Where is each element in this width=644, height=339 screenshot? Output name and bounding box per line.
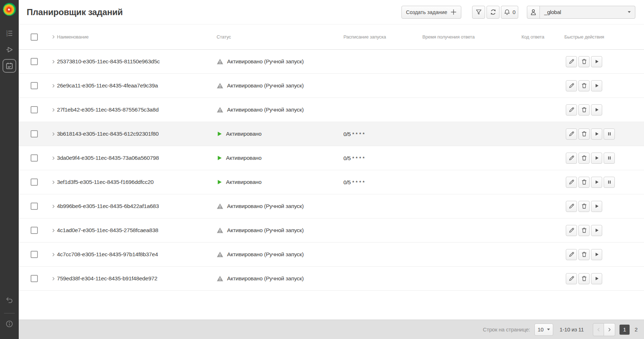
trash-icon xyxy=(581,227,587,234)
create-task-label: Создать задание xyxy=(406,9,447,15)
row-expand-toggle[interactable] xyxy=(50,59,57,64)
row-checkbox[interactable] xyxy=(31,106,38,113)
run-button[interactable] xyxy=(591,128,602,140)
page-button-2[interactable]: 2 xyxy=(632,326,640,333)
sidebar-item-task-list[interactable]: 123 xyxy=(3,27,16,40)
row-expand-toggle[interactable] xyxy=(50,252,57,257)
row-expand-toggle[interactable] xyxy=(50,228,57,233)
table-row[interactable]: 759ed38f-e304-11ec-8435-b91f48ede972 Акт… xyxy=(19,267,644,291)
task-name: 25373810-e305-11ec-8435-81150e963d5c xyxy=(57,58,217,65)
run-button[interactable] xyxy=(591,201,602,212)
edit-button[interactable] xyxy=(566,80,577,91)
scope-select[interactable]: _global xyxy=(539,6,635,19)
expand-all-toggle[interactable] xyxy=(50,35,57,39)
delete-button[interactable] xyxy=(578,104,590,116)
pause-button[interactable] xyxy=(604,177,615,188)
row-checkbox[interactable] xyxy=(31,82,38,89)
delete-button[interactable] xyxy=(578,273,590,284)
edit-button[interactable] xyxy=(566,225,577,236)
row-checkbox[interactable] xyxy=(31,58,38,65)
notifications-button[interactable]: 0 xyxy=(501,6,518,19)
page-button-1[interactable]: 1 xyxy=(619,325,630,335)
row-checkbox[interactable] xyxy=(31,130,38,137)
delete-button[interactable] xyxy=(578,153,590,164)
run-button[interactable] xyxy=(591,104,602,116)
sidebar-item-runs[interactable] xyxy=(3,43,16,56)
status-label: Активировано xyxy=(226,179,262,185)
row-checkbox[interactable] xyxy=(31,275,38,282)
run-button[interactable] xyxy=(591,273,602,284)
delete-button[interactable] xyxy=(578,249,590,260)
status-play-icon xyxy=(217,179,222,185)
undo-icon xyxy=(5,296,14,304)
run-button[interactable] xyxy=(591,177,602,188)
row-expand-toggle[interactable] xyxy=(50,83,57,88)
row-checkbox[interactable] xyxy=(31,154,38,162)
pencil-icon xyxy=(568,227,575,234)
app-root: 123 xyxy=(0,0,644,339)
app-logo[interactable] xyxy=(0,0,19,19)
quick-actions xyxy=(564,177,644,188)
status-label: Активировано (Ручной запуск) xyxy=(227,107,304,113)
status-play-icon xyxy=(217,131,222,137)
delete-button[interactable] xyxy=(578,225,590,236)
row-expand-toggle[interactable] xyxy=(50,108,57,112)
delete-button[interactable] xyxy=(578,177,590,188)
delete-button[interactable] xyxy=(578,56,590,67)
row-expand-toggle[interactable] xyxy=(50,156,57,161)
row-checkbox[interactable] xyxy=(31,178,38,186)
next-page-button[interactable] xyxy=(604,323,615,336)
row-checkbox[interactable] xyxy=(31,227,38,234)
delete-button[interactable] xyxy=(578,201,590,212)
refresh-button[interactable] xyxy=(487,6,499,19)
edit-button[interactable] xyxy=(566,153,577,164)
delete-button[interactable] xyxy=(578,80,590,91)
rows-per-page-select[interactable]: 10 xyxy=(534,324,553,336)
table-row[interactable]: 26e9ca11-e305-11ec-8435-4feaa7e9c39a Акт… xyxy=(19,74,644,98)
edit-button[interactable] xyxy=(566,273,577,284)
row-checkbox[interactable] xyxy=(31,251,38,258)
filter-button[interactable] xyxy=(472,6,485,19)
row-expand-toggle[interactable] xyxy=(50,132,57,136)
logo-icon xyxy=(3,3,16,16)
table-row[interactable]: 4b996be6-e305-11ec-8435-6b422af1a683 Акт… xyxy=(19,194,644,218)
row-expand-toggle[interactable] xyxy=(50,276,57,281)
run-button[interactable] xyxy=(591,56,602,67)
edit-button[interactable] xyxy=(566,177,577,188)
undo-button[interactable] xyxy=(3,293,16,307)
sidebar: 123 xyxy=(0,0,19,339)
sidebar-item-scheduler[interactable] xyxy=(3,59,16,73)
select-all-checkbox[interactable] xyxy=(31,33,38,41)
column-header-schedule: Расписание запуска xyxy=(343,34,422,40)
table-row[interactable]: 3b618143-e305-11ec-8435-612c92301f80 Акт… xyxy=(19,122,644,146)
edit-button[interactable] xyxy=(566,128,577,140)
edit-button[interactable] xyxy=(566,56,577,67)
prev-page-button[interactable] xyxy=(593,323,604,336)
table-row[interactable]: 27f1eb42-e305-11ec-8435-8755675c3a8d Акт… xyxy=(19,98,644,122)
edit-button[interactable] xyxy=(566,249,577,260)
pause-button[interactable] xyxy=(604,128,615,140)
quick-actions xyxy=(564,201,644,212)
pager xyxy=(593,323,615,336)
run-button[interactable] xyxy=(591,225,602,236)
table-row[interactable]: 4c1ad0e7-e305-11ec-8435-2758fcaea838 Акт… xyxy=(19,218,644,243)
create-task-button[interactable]: Создать задание xyxy=(401,6,461,19)
delete-button[interactable] xyxy=(578,128,590,140)
task-name: 4c7cc708-e305-11ec-8435-97b14f8b37e4 xyxy=(57,251,217,258)
edit-button[interactable] xyxy=(566,201,577,212)
user-button[interactable] xyxy=(527,6,540,19)
edit-button[interactable] xyxy=(566,104,577,116)
table-row[interactable]: 25373810-e305-11ec-8435-81150e963d5c Акт… xyxy=(19,50,644,74)
row-expand-toggle[interactable] xyxy=(50,204,57,209)
pause-button[interactable] xyxy=(604,153,615,164)
table-row[interactable]: 3ef1d3f5-e305-11ec-8435-f1696ddfcc20 Акт… xyxy=(19,170,644,194)
quick-actions xyxy=(564,128,644,140)
run-button[interactable] xyxy=(591,153,602,164)
run-button[interactable] xyxy=(591,249,602,260)
run-button[interactable] xyxy=(591,80,602,91)
info-button[interactable] xyxy=(3,317,16,331)
table-row[interactable]: 3da0e9f4-e305-11ec-8435-73a06a560798 Акт… xyxy=(19,146,644,170)
row-checkbox[interactable] xyxy=(31,203,38,210)
table-row[interactable]: 4c7cc708-e305-11ec-8435-97b14f8b37e4 Акт… xyxy=(19,243,644,267)
row-expand-toggle[interactable] xyxy=(50,180,57,185)
